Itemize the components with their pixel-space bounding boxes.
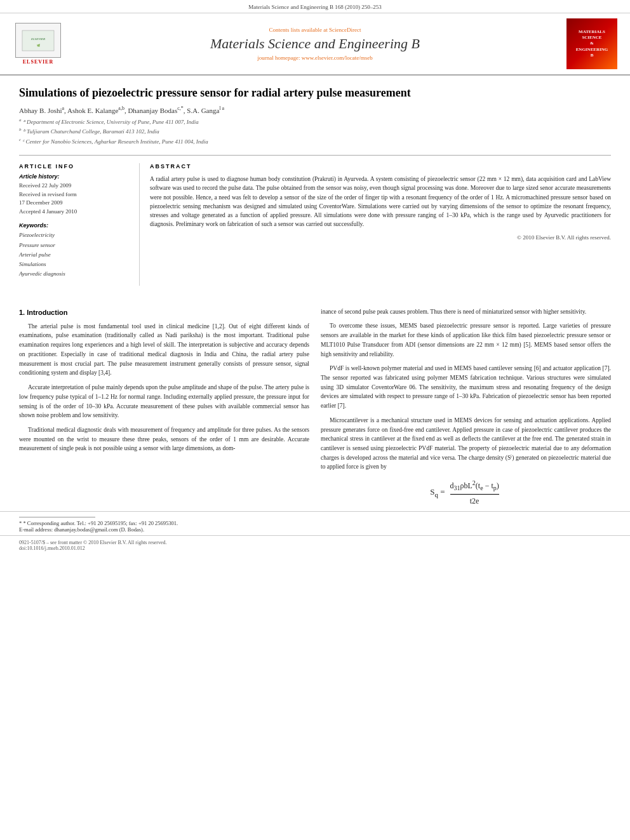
email-label: E-mail address:	[19, 526, 53, 533]
doi-line: doi:10.1016/j.mseb.2010.01.012	[19, 545, 611, 551]
elsevier-logo-area: ELSEVIER 🌿 ELSEVIER	[13, 23, 64, 65]
corresponding-tel: Tel.: +91 20 25695195; fax: +91 20 25695…	[77, 520, 178, 526]
right-para-2: To overcome these issues, MEMS based pie…	[321, 321, 611, 359]
keywords-section: Keywords: Piezoelectricity Pressure sens…	[19, 222, 131, 279]
abstract-text: A radial artery pulse is used to diagnos…	[150, 175, 611, 229]
article-info-abstract: ARTICLE INFO Article history: Received 2…	[19, 155, 611, 285]
keyword-5: Ayurvedic diagnosis	[19, 269, 131, 279]
sciencedirect-link: Contents lists available at ScienceDirec…	[70, 27, 560, 33]
footer-bar: 0921-5107/$ – see front matter © 2010 El…	[0, 535, 630, 555]
homepage-label: journal homepage:	[257, 55, 300, 61]
elsevier-brand-text: ELSEVIER	[23, 59, 53, 65]
article-history: Article history: Received 22 July 2009 R…	[19, 173, 131, 216]
abstract-section: ABSTRACT A radial artery pulse is used t…	[150, 163, 611, 285]
introduction-heading: 1. Introduction	[19, 307, 309, 318]
affiliation-c: c ᶜ Center for Nanobio Sciences, Agharka…	[19, 137, 611, 146]
journal-logo-box: MATERIALSSCIENCE&ENGINEERINGB	[566, 18, 617, 69]
history-label: Article history:	[19, 173, 131, 180]
intro-para-3: Traditional medical diagnostic deals wit…	[19, 425, 309, 453]
keyword-4: Simulations	[19, 260, 131, 269]
issn-line: 0921-5107/$ – see front matter © 2010 El…	[19, 540, 611, 545]
sciencedirect-name[interactable]: ScienceDirect	[329, 27, 361, 33]
corresponding-author-note: * * Corresponding author. Tel.: +91 20 2…	[19, 520, 611, 526]
journal-title: Materials Science and Engineering B	[70, 36, 560, 52]
author-joshi: Abhay B. Joshia, Ashok E. Kalangea,b, Dh…	[19, 107, 224, 114]
elsevier-logo-box: ELSEVIER 🌿	[15, 23, 61, 58]
svg-text:ELSEVIER: ELSEVIER	[30, 37, 45, 41]
corresponding-label: * Corresponding author.	[23, 520, 75, 526]
intro-para-1: The arterial pulse is most fundamental t…	[19, 322, 309, 378]
journal-header-center: Contents lists available at ScienceDirec…	[70, 27, 560, 61]
article-content: Simulations of piezoelectric pressure se…	[0, 76, 630, 298]
affiliations: a ᵃ Department of Electronic Science, Un…	[19, 117, 611, 146]
right-para-1: inance of second pulse peak causes probl…	[321, 307, 611, 317]
homepage-url[interactable]: www.elsevier.com/locate/mseb	[302, 55, 373, 61]
elsevier-tree-icon: ELSEVIER 🌿	[19, 27, 57, 54]
accepted-date: Accepted 4 January 2010	[19, 208, 131, 217]
email-note: E-mail address: dhananjay.bodas@gmail.co…	[19, 526, 611, 533]
sciencedirect-prefix: Contents lists available at	[269, 27, 328, 33]
keyword-3: Arterial pulse	[19, 250, 131, 260]
keywords-list: Piezoelectricity Pressure sensor Arteria…	[19, 230, 131, 279]
journal-citation: Materials Science and Engineering B 168 …	[248, 4, 382, 10]
affiliation-a: a ᵃ Department of Electronic Science, Un…	[19, 117, 611, 126]
article-title: Simulations of piezoelectric pressure se…	[19, 86, 611, 100]
formula-block: Sq = d31ρbL2(te − tp) t2e	[321, 478, 611, 507]
intro-para-2: Accurate interpretation of pulse mainly …	[19, 383, 309, 420]
formula-lhs: Sq =	[430, 486, 445, 500]
authors-line: Abhay B. Joshia, Ashok E. Kalangea,b, Dh…	[19, 105, 611, 114]
article-info-panel: ARTICLE INFO Article history: Received 2…	[19, 163, 140, 285]
right-para-3: PVdF is well-known polymer material and …	[321, 364, 611, 411]
article-info-heading: ARTICLE INFO	[19, 163, 131, 170]
body-right-column: inance of second pulse peak causes probl…	[321, 307, 611, 511]
formula-fraction: d31ρbL2(te − tp) t2e	[450, 478, 499, 507]
keyword-1: Piezoelectricity	[19, 230, 131, 240]
svg-rect-0	[22, 30, 54, 51]
abstract-heading: ABSTRACT	[150, 163, 611, 170]
footnote-area: * * Corresponding author. Tel.: +91 20 2…	[0, 511, 630, 535]
body-left-column: 1. Introduction The arterial pulse is mo…	[19, 307, 309, 511]
right-para-4: Microcantilever is a mechanical structur…	[321, 416, 611, 472]
journal-header: ELSEVIER 🌿 ELSEVIER Contents lists avail…	[0, 13, 630, 76]
main-body: 1. Introduction The arterial pulse is mo…	[0, 307, 630, 511]
journal-homepage: journal homepage: www.elsevier.com/locat…	[70, 55, 560, 61]
keyword-2: Pressure sensor	[19, 241, 131, 250]
email-value: dhananjay.bodas@gmail.com (D. Bodas).	[54, 526, 144, 533]
formula-denominator: t2e	[470, 495, 479, 507]
revised-date: Received in revised form17 December 2009	[19, 190, 131, 208]
keywords-label: Keywords:	[19, 222, 131, 229]
affiliation-b: b ᵇ Tuljiaram Chaturchand College, Baram…	[19, 126, 611, 136]
journal-citation-bar: Materials Science and Engineering B 168 …	[0, 0, 630, 13]
received-date: Received 22 July 2009	[19, 182, 131, 190]
journal-logo-text: MATERIALSSCIENCE&ENGINEERINGB	[576, 29, 608, 58]
footnote-divider	[19, 517, 95, 517]
formula-numerator: d31ρbL2(te − tp)	[450, 478, 499, 495]
copyright-line: © 2010 Elsevier B.V. All rights reserved…	[150, 234, 611, 241]
svg-text:🌿: 🌿	[37, 44, 40, 47]
